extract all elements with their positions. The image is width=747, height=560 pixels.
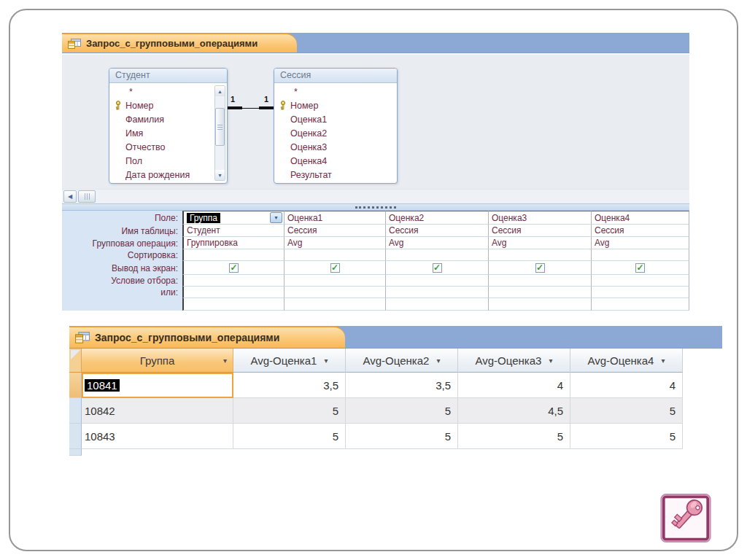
column-header-avg1[interactable]: Avg-Оценка1 ▾ bbox=[233, 349, 346, 373]
design-horizontal-scrollbar[interactable]: ◀ bbox=[62, 189, 689, 203]
column-header-gruppa[interactable]: Группа ▾ bbox=[82, 349, 233, 373]
column-header-avg4[interactable]: Avg-Оценка4 ▾ bbox=[570, 349, 683, 373]
cell-value[interactable]: 3,5 bbox=[346, 373, 458, 398]
field-item[interactable]: Номер bbox=[278, 98, 397, 112]
grid-cell-criteria[interactable] bbox=[285, 275, 386, 287]
grid-cell-field[interactable]: Оценка2 bbox=[386, 211, 489, 225]
show-checkbox[interactable]: ✓ bbox=[330, 263, 340, 273]
cell-value[interactable]: 5 bbox=[458, 424, 570, 449]
grid-cell-table[interactable]: Сессия bbox=[285, 225, 386, 237]
result-tab[interactable]: Запрос_с_групповыми_операциями bbox=[69, 326, 345, 348]
scrollbar-thumb[interactable] bbox=[78, 190, 96, 203]
cell-value[interactable]: 4,5 bbox=[458, 398, 570, 424]
field-item[interactable]: Фамилия bbox=[113, 112, 227, 126]
show-checkbox[interactable]: ✓ bbox=[229, 263, 239, 273]
grid-cell-groupop[interactable]: Группировка bbox=[182, 237, 285, 249]
grid-cell-field[interactable]: Оценка3 bbox=[489, 211, 592, 225]
table-box-session-header[interactable]: Сессия bbox=[274, 69, 397, 83]
grid-cell-or[interactable] bbox=[592, 287, 689, 298]
grid-cell-empty[interactable] bbox=[489, 298, 592, 311]
scroll-up-icon[interactable]: ▲ bbox=[215, 86, 225, 96]
field-item[interactable]: * bbox=[278, 85, 397, 98]
grid-cell-sort[interactable] bbox=[489, 249, 592, 261]
cell-value[interactable]: 4 bbox=[570, 373, 683, 398]
show-checkbox[interactable]: ✓ bbox=[635, 263, 645, 273]
grid-cell-sort[interactable] bbox=[285, 249, 386, 261]
grid-cell-empty[interactable] bbox=[182, 298, 285, 311]
grid-cell-criteria[interactable] bbox=[182, 275, 285, 287]
cell-value[interactable]: 5 bbox=[233, 424, 346, 449]
column-dropdown-icon[interactable]: ▾ bbox=[223, 357, 227, 365]
relationship-join-line[interactable] bbox=[228, 106, 274, 109]
cell-value[interactable]: 5 bbox=[570, 424, 683, 449]
design-tab[interactable]: Запрос_с_групповыми_операциями bbox=[62, 33, 297, 52]
field-item[interactable]: Результат bbox=[278, 168, 397, 182]
field-item[interactable]: Оценка4 bbox=[278, 154, 397, 168]
field-item[interactable]: Имя bbox=[113, 126, 227, 140]
cell-value[interactable]: 5 bbox=[346, 424, 458, 449]
row-selector[interactable] bbox=[69, 424, 82, 449]
grid-cell-table[interactable]: Сессия bbox=[386, 225, 489, 237]
grid-cell-or[interactable] bbox=[285, 287, 386, 298]
grid-cell-empty[interactable] bbox=[386, 298, 489, 311]
grid-cell-table[interactable]: Сессия bbox=[592, 225, 689, 237]
grid-cell-groupop[interactable]: Avg bbox=[592, 237, 689, 249]
cell-gruppa[interactable]: 10843 bbox=[82, 424, 233, 449]
scrollbar-thumb[interactable] bbox=[215, 108, 225, 146]
cell-value[interactable]: 3,5 bbox=[233, 373, 346, 398]
grid-cell-groupop[interactable]: Avg bbox=[285, 237, 386, 249]
cell-value[interactable]: 5 bbox=[570, 398, 683, 424]
grid-cell-field[interactable]: Оценка1 bbox=[285, 211, 386, 225]
grid-cell-criteria[interactable] bbox=[592, 275, 689, 287]
row-selector[interactable] bbox=[69, 373, 82, 398]
column-dropdown-icon[interactable]: ▾ bbox=[436, 357, 440, 365]
grid-cell-field[interactable]: Оценка4 bbox=[592, 211, 689, 225]
query-design-window: Запрос_с_групповыми_операциями Студент * bbox=[62, 33, 689, 311]
scroll-down-icon[interactable]: ▼ bbox=[215, 170, 225, 180]
show-checkbox[interactable]: ✓ bbox=[535, 263, 545, 273]
row-selector[interactable] bbox=[69, 398, 82, 424]
grid-cell-empty[interactable] bbox=[592, 298, 689, 311]
field-item[interactable]: Номер bbox=[113, 98, 227, 112]
grid-cell-field-gruppa[interactable]: Группа ▼ bbox=[182, 211, 285, 225]
grid-cell-sort[interactable] bbox=[386, 249, 489, 261]
scroll-left-icon[interactable]: ◀ bbox=[63, 190, 77, 203]
grid-cell-or[interactable] bbox=[489, 287, 592, 298]
field-item[interactable]: Оценка3 bbox=[278, 140, 397, 154]
grid-cell-table[interactable]: Сессия bbox=[489, 225, 592, 237]
field-item[interactable]: Оценка1 bbox=[278, 112, 397, 126]
field-item[interactable]: Дата рождения bbox=[113, 168, 227, 182]
grid-cell-criteria[interactable] bbox=[386, 275, 489, 287]
field-dropdown-button[interactable]: ▼ bbox=[270, 212, 282, 223]
grid-cell-sort[interactable] bbox=[182, 249, 285, 261]
grid-cell-or[interactable] bbox=[386, 287, 489, 298]
select-all-corner[interactable] bbox=[69, 349, 82, 373]
grid-cell-sort[interactable] bbox=[592, 249, 689, 261]
field-item[interactable]: Оценка2 bbox=[278, 126, 397, 140]
cell-value[interactable]: 5 bbox=[233, 398, 346, 424]
grid-cell-or[interactable] bbox=[182, 287, 285, 298]
column-header-avg2[interactable]: Avg-Оценка2 ▾ bbox=[346, 349, 458, 373]
pane-splitter[interactable] bbox=[62, 203, 689, 211]
cell-value[interactable]: 5 bbox=[346, 398, 458, 424]
column-dropdown-icon[interactable]: ▾ bbox=[324, 357, 328, 365]
grid-cell-groupop[interactable]: Avg bbox=[489, 237, 592, 249]
cell-gruppa-selected[interactable]: 10841 bbox=[82, 373, 233, 398]
student-field-scrollbar[interactable]: ▲ ▼ bbox=[214, 85, 225, 181]
column-header-avg3[interactable]: Avg-Оценка3 ▾ bbox=[458, 349, 570, 373]
column-dropdown-icon[interactable]: ▾ bbox=[549, 357, 552, 365]
row-selector[interactable] bbox=[69, 449, 82, 456]
show-checkbox[interactable]: ✓ bbox=[433, 263, 442, 273]
field-name: Отчество bbox=[125, 142, 165, 152]
grid-cell-empty[interactable] bbox=[285, 298, 386, 311]
column-dropdown-icon[interactable]: ▾ bbox=[661, 357, 665, 365]
field-item[interactable]: * bbox=[113, 85, 227, 98]
grid-cell-table[interactable]: Студент bbox=[182, 225, 285, 237]
grid-cell-groupop[interactable]: Avg bbox=[386, 237, 489, 249]
field-item[interactable]: Отчество bbox=[113, 140, 227, 154]
cell-value[interactable]: 4 bbox=[458, 373, 570, 398]
grid-cell-criteria[interactable] bbox=[489, 275, 592, 287]
cell-gruppa[interactable]: 10842 bbox=[82, 398, 233, 424]
table-box-student-header[interactable]: Студент bbox=[109, 69, 227, 83]
field-item[interactable]: Пол bbox=[113, 154, 227, 168]
